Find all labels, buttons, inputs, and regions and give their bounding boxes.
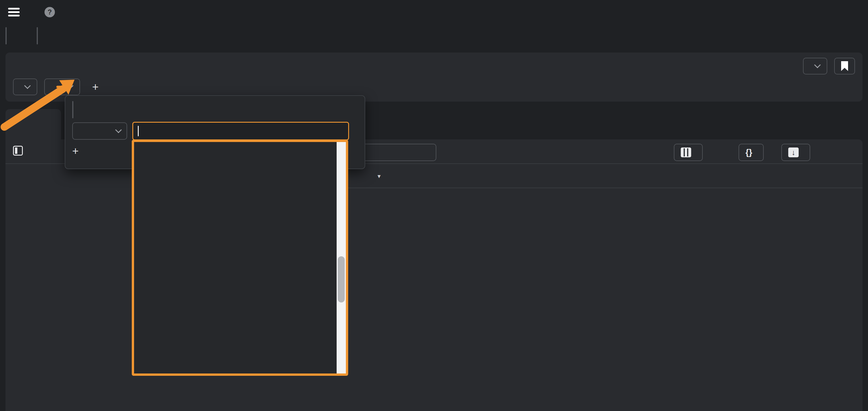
chevron-down-icon [24,82,31,89]
category-dropdown[interactable] [44,78,80,95]
filter-rules-row: + [13,78,104,95]
by-terms-header[interactable] [13,146,28,156]
filter-chips-row [13,58,855,74]
bookmark-button[interactable] [834,58,855,74]
download-icon: ↓ [788,147,799,157]
operator-select[interactable] [72,123,127,140]
mode-tabs [37,27,38,44]
add-filter-button[interactable]: + [92,81,104,92]
terms-list [5,170,145,411]
add-rule-button[interactable]: + [72,145,84,157]
categories-popup [132,140,348,376]
sort-desc-icon: ▼ [376,173,382,179]
text-cursor [138,126,139,136]
plus-icon: + [92,81,98,92]
scrollbar-thumb[interactable] [338,256,345,303]
tabs-row [5,27,38,44]
columns-icon [681,147,691,157]
category-search-input[interactable] [132,122,349,140]
chevron-down-icon [67,82,74,89]
categories-list [134,144,337,374]
panel-icon [13,146,23,156]
rules-mode-tabs [72,101,73,118]
export-button[interactable]: ↓ [781,144,810,161]
help-icon: ? [44,7,55,17]
keywords-tab[interactable] [5,109,61,140]
how-to-use[interactable]: ? [44,7,59,17]
columns-button[interactable] [674,144,703,161]
presets-button[interactable] [803,58,827,74]
new-badge [56,86,63,88]
chevron-down-icon [115,127,122,133]
top-bar: ? [0,0,868,24]
popup-scrollbar[interactable] [337,142,346,374]
bookmark-icon [841,61,848,71]
menu-icon[interactable] [8,8,20,16]
include-dropdown[interactable] [13,78,37,95]
chevron-down-icon [814,62,821,68]
filters-card: + [5,53,863,102]
plus-icon: + [72,145,79,157]
api-button[interactable]: {} [739,144,764,161]
column-header-sv[interactable]: ▼ [374,172,382,181]
scope-tabs [5,27,7,44]
braces-icon: {} [745,147,752,157]
